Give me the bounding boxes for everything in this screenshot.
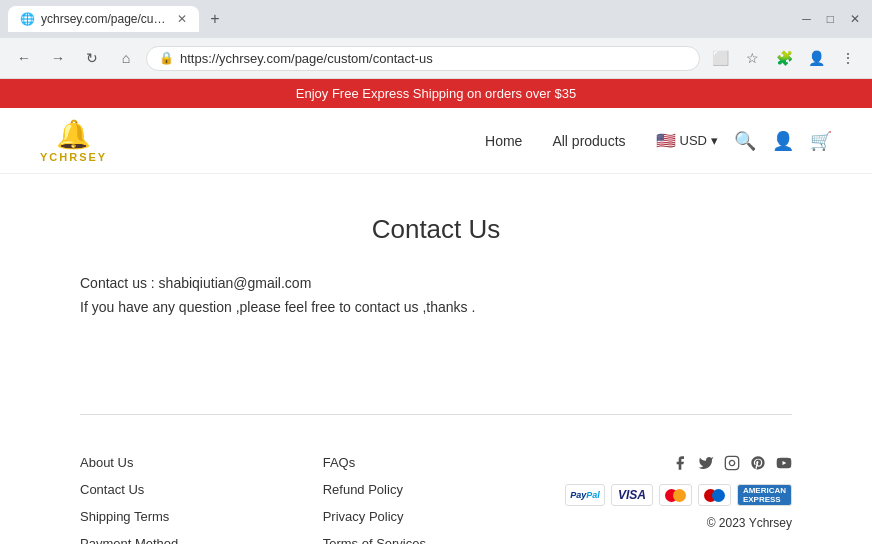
pinterest-icon[interactable]: [750, 455, 766, 474]
twitter-icon[interactable]: [698, 455, 714, 474]
site-footer: About Us Contact Us Shipping Terms Payme…: [0, 435, 872, 544]
refresh-button[interactable]: ↻: [78, 44, 106, 72]
new-tab-button[interactable]: +: [203, 7, 227, 31]
footer-link-faqs[interactable]: FAQs: [323, 455, 526, 470]
tab-favicon: 🌐: [20, 12, 35, 26]
maestro-badge: [698, 484, 731, 506]
browser-tab-bar: 🌐 ychrsey.com/page/custom/con ✕ + ─ □ ✕: [0, 0, 872, 38]
footer-link-about-us[interactable]: About Us: [80, 455, 283, 470]
forward-button[interactable]: →: [44, 44, 72, 72]
bookmark-button[interactable]: ☆: [738, 44, 766, 72]
browser-nav-bar: ← → ↻ ⌂ 🔒 https://ychrsey.com/page/custo…: [0, 38, 872, 78]
footer-right: PayPal VISA: [565, 455, 792, 544]
address-bar[interactable]: 🔒 https://ychrsey.com/page/custom/contac…: [146, 46, 700, 71]
content-divider: [80, 414, 792, 415]
contact-email-line: Contact us : shabiqiutian@gmail.com: [80, 275, 792, 291]
footer-link-terms-services[interactable]: Terms of Services: [323, 536, 526, 544]
contact-email-link[interactable]: shabiqiutian@gmail.com: [159, 275, 312, 291]
close-button[interactable]: ✕: [846, 10, 864, 28]
currency-chevron-icon: ▾: [711, 133, 718, 148]
lock-icon: 🔒: [159, 51, 174, 65]
search-icon[interactable]: 🔍: [734, 130, 756, 152]
site-header: 🔔 YCHRSEY Home All products 🇺🇸 USD ▾ 🔍 👤…: [0, 108, 872, 174]
logo-link[interactable]: 🔔 YCHRSEY: [40, 118, 107, 163]
footer-link-refund-policy[interactable]: Refund Policy: [323, 482, 526, 497]
home-button[interactable]: ⌂: [112, 44, 140, 72]
nav-actions: ⬜ ☆ 🧩 👤 ⋮: [706, 44, 862, 72]
logo-text: YCHRSEY: [40, 151, 107, 163]
tab-close-button[interactable]: ✕: [177, 12, 187, 26]
logo-bell-icon: 🔔: [56, 118, 91, 151]
footer-col-1: About Us Contact Us Shipping Terms Payme…: [80, 455, 283, 544]
visa-badge: VISA: [611, 484, 653, 506]
active-tab[interactable]: 🌐 ychrsey.com/page/custom/con ✕: [8, 6, 199, 32]
maestro-circles: [704, 489, 725, 502]
page-title: Contact Us: [80, 214, 792, 245]
currency-selector[interactable]: 🇺🇸 USD ▾: [656, 131, 718, 150]
svg-rect-0: [725, 456, 738, 469]
tab-title: ychrsey.com/page/custom/con: [41, 12, 171, 26]
back-button[interactable]: ←: [10, 44, 38, 72]
copyright-text: © 2023 Ychrsey: [707, 516, 792, 530]
mastercard-circles: [665, 489, 686, 502]
promo-text: Enjoy Free Express Shipping on orders ov…: [296, 86, 576, 101]
amex-badge: AMERICANEXPRESS: [737, 484, 792, 506]
extensions-button[interactable]: 🧩: [770, 44, 798, 72]
window-controls: ─ □ ✕: [798, 10, 864, 28]
footer-link-privacy-policy[interactable]: Privacy Policy: [323, 509, 526, 524]
browser-chrome: 🌐 ychrsey.com/page/custom/con ✕ + ─ □ ✕ …: [0, 0, 872, 79]
promo-bar: Enjoy Free Express Shipping on orders ov…: [0, 79, 872, 108]
profile-button[interactable]: 👤: [802, 44, 830, 72]
footer-link-shipping-terms[interactable]: Shipping Terms: [80, 509, 283, 524]
facebook-icon[interactable]: [672, 455, 688, 474]
social-icons: [672, 455, 792, 474]
payment-icons: PayPal VISA: [565, 484, 792, 506]
currency-label: USD: [680, 133, 707, 148]
contact-label: Contact us :: [80, 275, 155, 291]
footer-link-contact-us[interactable]: Contact Us: [80, 482, 283, 497]
flag-icon: 🇺🇸: [656, 131, 676, 150]
account-icon[interactable]: 👤: [772, 130, 794, 152]
restore-button[interactable]: □: [823, 10, 838, 28]
cart-icon[interactable]: 🛒: [810, 130, 832, 152]
nav-home[interactable]: Home: [485, 133, 522, 149]
nav-all-products[interactable]: All products: [552, 133, 625, 149]
cast-button[interactable]: ⬜: [706, 44, 734, 72]
main-nav: Home All products: [485, 133, 626, 149]
minimize-button[interactable]: ─: [798, 10, 815, 28]
url-text: https://ychrsey.com/page/custom/contact-…: [180, 51, 687, 66]
menu-button[interactable]: ⋮: [834, 44, 862, 72]
contact-note: If you have any question ,please feel fr…: [80, 299, 792, 315]
paypal-badge: PayPal: [565, 484, 605, 506]
instagram-icon[interactable]: [724, 455, 740, 474]
header-right: 🇺🇸 USD ▾ 🔍 👤 🛒: [656, 130, 832, 152]
site-wrapper: Enjoy Free Express Shipping on orders ov…: [0, 79, 872, 544]
main-content: Contact Us Contact us : shabiqiutian@gma…: [0, 174, 872, 394]
footer-link-payment-method[interactable]: Payment Method: [80, 536, 283, 544]
footer-col-2: FAQs Refund Policy Privacy Policy Terms …: [323, 455, 526, 544]
mastercard-badge: [659, 484, 692, 506]
youtube-icon[interactable]: [776, 455, 792, 474]
